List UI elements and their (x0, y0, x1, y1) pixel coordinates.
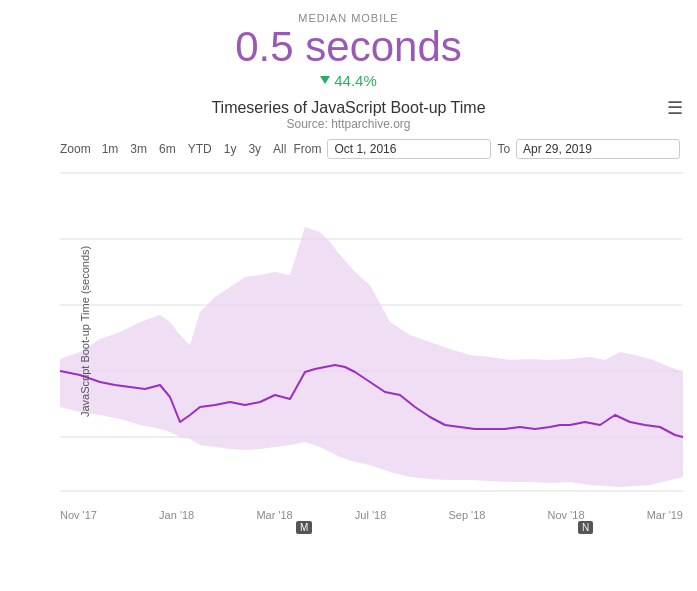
zoom-3y-button[interactable]: 3y (243, 140, 266, 158)
x-label-jul18: Jul '18 (355, 509, 386, 521)
from-label: From (293, 142, 321, 156)
zoom-1y-button[interactable]: 1y (219, 140, 242, 158)
from-date-input[interactable] (327, 139, 491, 159)
x-label-nov17: Nov '17 (60, 509, 97, 521)
x-label-mar18: Mar '18 (256, 509, 292, 521)
change-percent: 44.4% (334, 72, 377, 89)
zoom-all-button[interactable]: All (268, 140, 291, 158)
marker-n: N (578, 521, 593, 534)
chart-title: Timeseries of JavaScript Boot-up Time (0, 99, 697, 117)
zoom-1m-button[interactable]: 1m (97, 140, 124, 158)
to-date-input[interactable] (516, 139, 680, 159)
chart-svg: 2.5 2 1.5 1 0.5 0 (60, 167, 683, 497)
zoom-6m-button[interactable]: 6m (154, 140, 181, 158)
zoom-label: Zoom (60, 142, 91, 156)
x-label-sep18: Sep '18 (448, 509, 485, 521)
change-value: 44.4% (320, 72, 377, 89)
zoom-ytd-button[interactable]: YTD (183, 140, 217, 158)
zoom-3m-button[interactable]: 3m (125, 140, 152, 158)
x-label-mar19: Mar '19 (647, 509, 683, 521)
marker-m: M (296, 521, 312, 534)
chart-source: Source: httparchive.org (0, 117, 697, 131)
to-label: To (497, 142, 510, 156)
x-label-jan18: Jan '18 (159, 509, 194, 521)
triangle-down-icon (320, 76, 330, 84)
menu-icon[interactable]: ☰ (667, 99, 683, 117)
svg-marker-12 (60, 227, 683, 487)
y-axis-label: JavaScript Boot-up Time (seconds) (79, 257, 91, 417)
x-label-nov18: Nov '18 (548, 509, 585, 521)
main-value: 0.5 seconds (0, 24, 697, 70)
